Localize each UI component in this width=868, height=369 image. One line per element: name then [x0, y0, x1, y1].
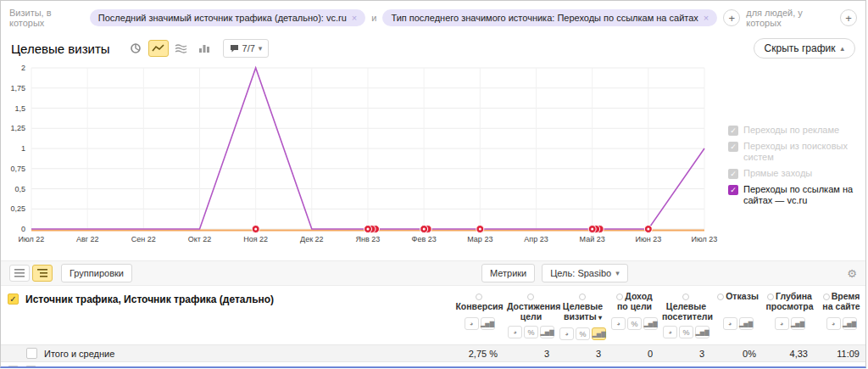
checkbox-icon[interactable]: ✓ — [728, 169, 738, 179]
value-cell: 3 — [557, 362, 609, 368]
value-cell: 4,33 — [764, 345, 815, 361]
x-tick-label: Ноя 22 — [243, 235, 268, 243]
filter-pill-source-type[interactable]: Тип последнего значимого источника: Пере… — [382, 9, 717, 26]
pie-chart-type-button[interactable] — [125, 40, 146, 57]
metric-column-header: Доход по цели◕%▂▅▇ — [609, 286, 660, 344]
cell-value: 11:09 — [821, 365, 860, 369]
legend-item[interactable]: ✓Переходы по ссылкам на сайтах — vc.ru — [728, 184, 865, 206]
cell-value: 3 — [510, 349, 549, 359]
value-cell: 3 — [557, 345, 609, 361]
y-tick-label: 2 — [21, 64, 25, 72]
pie-view-button[interactable]: ◕ — [508, 326, 522, 338]
chevron-down-icon: ▾ — [259, 44, 263, 53]
flat-list-view-button[interactable] — [9, 265, 30, 282]
remove-filter-icon[interactable]: × — [704, 13, 709, 23]
help-icon[interactable] — [616, 294, 623, 300]
bar-view-button[interactable]: ▂▅▇ — [843, 317, 857, 330]
y-tick-label: 0,75 — [10, 165, 25, 173]
row-checkbox[interactable] — [26, 348, 37, 359]
pct-view-button[interactable]: % — [679, 326, 693, 338]
cell-value: 3 — [665, 349, 704, 359]
filter-pill-source-detail[interactable]: Последний значимый источник трафика (дет… — [90, 9, 365, 26]
cell-value: 3 — [510, 365, 549, 369]
stacked-area-type-button[interactable] — [171, 40, 192, 57]
metrics-button[interactable]: Метрики — [481, 264, 535, 282]
bar-view-button[interactable]: ▂▅▇ — [481, 317, 495, 330]
table-row[interactable]: + Переходы по ссылкам на сайтах 2,75 %33… — [1, 362, 865, 368]
help-icon[interactable] — [579, 294, 586, 300]
legend-item[interactable]: ✓Переходы по рекламе — [728, 125, 865, 136]
checkbox-icon[interactable]: ✓ — [728, 185, 738, 195]
bar-view-button[interactable]: ▂▅▇ — [592, 327, 606, 340]
cell-value: 0 — [614, 366, 653, 369]
help-icon[interactable] — [823, 294, 830, 300]
bar-view-button[interactable]: ▂▅▇ — [791, 317, 805, 330]
annotation-marker-dot — [479, 228, 481, 231]
plus-icon: + — [728, 12, 735, 25]
tree-view-icon — [37, 269, 47, 277]
help-icon[interactable] — [682, 294, 689, 300]
pie-view-button[interactable]: ◕ — [663, 326, 677, 338]
x-tick-label: Июн 23 — [635, 235, 661, 243]
tree-view-button[interactable] — [32, 265, 53, 282]
pie-view-button[interactable]: ◕ — [559, 327, 574, 340]
value-cell: 4,33 — [764, 362, 815, 368]
checkbox-icon[interactable]: ✓ — [728, 142, 738, 152]
x-tick-label: Окт 22 — [188, 235, 212, 243]
x-tick-label: Сен 22 — [131, 235, 156, 243]
bar-view-button[interactable]: ▂▅▇ — [540, 326, 554, 338]
bar-view-button[interactable]: ▂▅▇ — [695, 326, 709, 338]
pie-view-button[interactable]: ◕ — [723, 317, 737, 330]
x-tick-label: Фев 23 — [412, 235, 437, 243]
chart-type-switcher — [125, 40, 214, 57]
add-people-condition-button[interactable]: + — [840, 9, 857, 26]
metric-view-switcher: ◕%▂▅▇ — [507, 326, 555, 338]
line-chart[interactable]: 00,250,50,7511,251,51,752Июл 22Авг 22Сен… — [1, 60, 728, 252]
cell-value: 2,75 % — [459, 349, 498, 359]
checkbox-icon[interactable]: ✓ — [728, 126, 738, 136]
annotations-dropdown[interactable]: 7/7 ▾ — [223, 39, 270, 58]
pie-view-button[interactable]: ◕ — [465, 317, 479, 330]
metric-label: Конверсия — [455, 291, 504, 313]
filter-pill-text: Последний значимый источник трафика (дет… — [98, 13, 347, 23]
help-icon[interactable] — [767, 294, 774, 300]
bar-view-button[interactable]: ▂▅▇ — [643, 317, 658, 330]
x-tick-label: Янв 23 — [356, 235, 381, 243]
bar-view-button[interactable]: ▂▅▇ — [739, 317, 754, 330]
plus-icon: + — [845, 12, 852, 25]
x-tick-label: Мар 23 — [467, 235, 492, 243]
line-chart-type-button[interactable] — [148, 40, 169, 57]
pie-view-button[interactable]: ◕ — [611, 317, 626, 330]
value-cell: 11:09 — [815, 345, 866, 361]
sort-desc-icon[interactable]: ▾ — [597, 314, 602, 321]
value-cell: 2,75 % — [453, 362, 505, 368]
add-visit-condition-button[interactable]: + — [723, 9, 740, 26]
goal-dropdown[interactable]: Цель: Spasibo ▾ — [542, 264, 627, 282]
x-tick-label: Июл 23 — [692, 235, 718, 243]
column-chart-type-button[interactable] — [194, 40, 214, 57]
help-icon[interactable] — [527, 294, 534, 300]
value-cell: 0% — [712, 362, 764, 368]
pct-view-button[interactable]: % — [627, 317, 642, 330]
metric-view-switcher: ◕▂▅▇ — [765, 317, 814, 330]
totals-label-cell: Итого и средние — [1, 345, 453, 361]
gear-icon[interactable]: ⚙ — [847, 267, 857, 280]
pie-view-button[interactable]: ◕ — [775, 317, 789, 330]
groupings-button[interactable]: Группировки — [61, 264, 132, 282]
pie-view-button[interactable]: ◕ — [826, 317, 841, 330]
help-icon[interactable] — [717, 294, 724, 300]
select-all-checkbox[interactable]: ✓ — [8, 294, 19, 305]
pct-view-button[interactable]: % — [576, 327, 590, 340]
hide-chart-button[interactable]: Скрыть график ▴ — [754, 38, 855, 59]
chart-header: Целевые визиты 7/7 ▾ Скрыть график ▴ — [1, 33, 865, 60]
legend-item[interactable]: ✓Прямые заходы — [728, 168, 865, 179]
totals-row[interactable]: Итого и средние 2,75 %33030%4,3311:09 — [1, 345, 865, 362]
pct-view-button[interactable]: % — [524, 326, 538, 338]
legend-item[interactable]: ✓Переходы из поисковых систем — [728, 141, 865, 163]
help-icon[interactable] — [476, 294, 482, 300]
remove-filter-icon[interactable]: × — [352, 13, 357, 23]
metric-column-header: Отказы◕▂▅▇ — [712, 286, 764, 344]
value-cell: 3 — [660, 362, 712, 368]
expand-row-button[interactable]: + — [8, 366, 19, 368]
row-checkbox[interactable] — [25, 366, 36, 368]
